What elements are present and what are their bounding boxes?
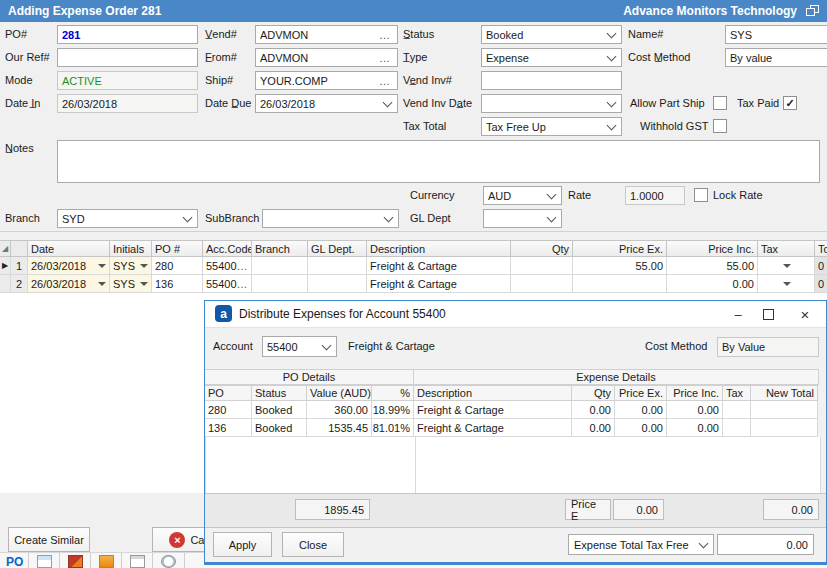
col-header-price-ex[interactable]: Price Ex. — [615, 385, 667, 401]
cell-price-inc[interactable]: 55.00 — [667, 257, 758, 275]
date-due-select[interactable]: 26/03/2018 — [255, 94, 398, 113]
tab-clipboard[interactable] — [121, 553, 153, 568]
cell-branch[interactable] — [252, 275, 308, 293]
col-header-status[interactable]: Status — [252, 385, 307, 401]
tab-form[interactable] — [28, 553, 60, 568]
apply-button[interactable]: Apply — [213, 532, 272, 557]
cell-description[interactable]: Freight & Cartage — [414, 401, 572, 419]
cell-gl-dept[interactable] — [308, 257, 367, 275]
dropdown-arrow-icon[interactable] — [140, 282, 148, 286]
cell-date[interactable]: 26/03/2018 — [28, 257, 110, 275]
vend-inv-date-select[interactable] — [481, 94, 622, 113]
cell-price-inc[interactable]: 0.00 — [667, 419, 723, 437]
table-row[interactable]: ▶ 1 26/03/2018 SYS 280 55400… Freight & … — [0, 257, 827, 275]
cell-price-inc[interactable]: 0.00 — [667, 275, 758, 293]
col-header-po[interactable]: PO — [205, 385, 252, 401]
col-header-price-inc[interactable]: Price Inc. — [667, 385, 723, 401]
col-header-value-aud[interactable]: Value (AUD) — [307, 385, 372, 401]
col-header-acc-code[interactable]: Acc.Code — [203, 240, 252, 257]
cell-qty[interactable]: 0.00 — [572, 419, 615, 437]
close-button[interactable]: × — [790, 302, 820, 326]
cell-tax[interactable] — [723, 419, 751, 437]
col-header-description[interactable]: Description — [367, 240, 511, 257]
branch-select[interactable]: SYD — [57, 209, 198, 228]
our-ref-field[interactable] — [57, 48, 198, 67]
dropdown-arrow-icon[interactable] — [140, 264, 148, 268]
cell-price-ex[interactable] — [573, 275, 667, 293]
col-header-tax[interactable]: Tax — [723, 385, 751, 401]
allow-part-ship-checkbox[interactable] — [713, 96, 727, 110]
dropdown-arrow-icon[interactable] — [98, 282, 106, 286]
col-header-gl-dept[interactable]: GL Dept. — [308, 240, 367, 257]
tax-total-select[interactable]: Tax Free Up — [481, 117, 622, 136]
col-header-date[interactable]: Date — [28, 240, 110, 257]
row-selector[interactable] — [0, 275, 11, 293]
col-header-price-inc[interactable]: Price Inc. — [667, 240, 758, 257]
cell-acc-code[interactable]: 55400… — [203, 257, 252, 275]
currency-select[interactable]: AUD — [483, 186, 562, 205]
withhold-gst-checkbox[interactable] — [713, 119, 727, 133]
maximize-button[interactable] — [756, 302, 780, 326]
cell-price-ex[interactable]: 0.00 — [615, 401, 667, 419]
vend-field[interactable]: ADVMON… — [255, 25, 398, 44]
ship-field[interactable]: YOUR.COMP… — [255, 71, 398, 90]
tab-copy[interactable] — [90, 553, 122, 568]
vend-inv-field[interactable] — [481, 71, 622, 90]
dropdown-arrow-icon[interactable] — [783, 282, 791, 286]
restore-window-icon[interactable] — [806, 5, 819, 16]
col-header-new-total[interactable]: New Total — [751, 385, 818, 401]
cell-branch[interactable] — [252, 257, 308, 275]
cell-initials[interactable]: SYS — [110, 275, 152, 293]
cell-initials[interactable]: SYS — [110, 257, 152, 275]
col-header-qty[interactable]: Qty — [572, 385, 615, 401]
tab-history[interactable] — [152, 553, 185, 568]
tab-paste[interactable] — [59, 553, 91, 568]
create-similar-button[interactable]: Create Similar — [8, 527, 90, 552]
col-header-price-ex[interactable]: Price Ex. — [573, 240, 667, 257]
minimize-button[interactable]: – — [726, 302, 750, 326]
cell-description[interactable]: Freight & Cartage — [367, 257, 511, 275]
dropdown-arrow-icon[interactable] — [98, 264, 106, 268]
cell-acc-code[interactable]: 55400… — [203, 275, 252, 293]
from-field[interactable]: ADVMON… — [255, 48, 398, 67]
lookup-icon[interactable]: … — [237, 278, 251, 290]
cell-po[interactable]: 280 — [152, 257, 203, 275]
cost-method-field[interactable]: By value — [725, 48, 827, 67]
col-header-initials[interactable]: Initials — [110, 240, 152, 257]
tab-po[interactable]: PO — [6, 555, 23, 568]
account-select[interactable]: 55400 — [262, 336, 337, 357]
col-header-tax[interactable]: Tax — [758, 240, 815, 257]
cell-tax[interactable] — [758, 275, 815, 293]
from-lookup-icon[interactable]: … — [379, 52, 393, 64]
dropdown-arrow-icon[interactable] — [783, 264, 791, 268]
name-field[interactable]: SYS — [725, 25, 827, 44]
col-header-qty[interactable]: Qty — [511, 240, 573, 257]
close-dialog-button[interactable]: Close — [282, 532, 344, 557]
expense-total-value-field[interactable]: 0.00 — [717, 534, 814, 555]
cell-price-ex[interactable]: 55.00 — [573, 257, 667, 275]
cell-tax[interactable] — [723, 401, 751, 419]
status-select[interactable]: Booked — [481, 25, 622, 44]
vend-lookup-icon[interactable]: … — [379, 29, 393, 41]
table-row[interactable]: 280 Booked 360.00 18.99% Freight & Carta… — [205, 401, 819, 419]
cell-description[interactable]: Freight & Cartage — [367, 275, 511, 293]
col-header-total[interactable]: Total — [815, 240, 827, 257]
cell-qty[interactable]: 0.00 — [572, 401, 615, 419]
cell-description[interactable]: Freight & Cartage — [414, 419, 572, 437]
table-row[interactable]: 136 Booked 1535.45 81.01% Freight & Cart… — [205, 419, 819, 437]
col-header-po[interactable]: PO # — [152, 240, 203, 257]
expense-total-mode-select[interactable]: Expense Total Tax Free — [568, 534, 714, 555]
col-header-branch[interactable]: Branch — [252, 240, 308, 257]
cell-qty[interactable] — [511, 275, 573, 293]
col-header-pct[interactable]: % — [372, 385, 414, 401]
tax-paid-checkbox[interactable]: ✓ — [783, 96, 797, 110]
gl-dept-select[interactable] — [483, 209, 562, 228]
row-selector[interactable]: ▶ — [0, 257, 11, 275]
cell-qty[interactable] — [511, 257, 573, 275]
subbranch-select[interactable] — [262, 209, 399, 228]
cell-gl-dept[interactable] — [308, 275, 367, 293]
cell-date[interactable]: 26/03/2018 — [28, 275, 110, 293]
lookup-icon[interactable]: … — [237, 260, 251, 272]
cell-tax[interactable] — [758, 257, 815, 275]
col-header-description[interactable]: Description — [414, 385, 572, 401]
